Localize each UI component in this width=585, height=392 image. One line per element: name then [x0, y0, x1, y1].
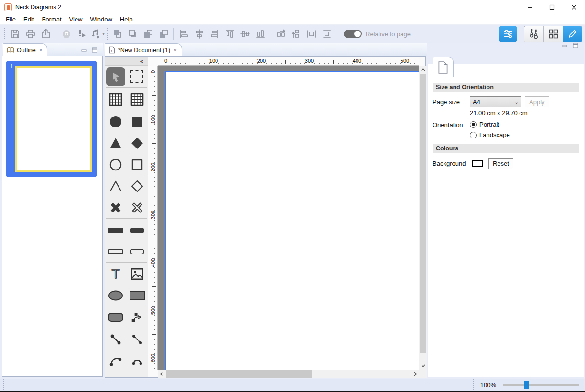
play-chord-button[interactable]: ▾: [89, 27, 105, 41]
tool-fretboard-horizontal[interactable]: [127, 88, 148, 110]
scroll-right-arrow[interactable]: [412, 370, 419, 378]
tool-text[interactable]: T: [105, 263, 127, 285]
tab-page-properties[interactable]: [433, 57, 454, 77]
apply-button[interactable]: Apply: [525, 96, 549, 107]
horizontal-scrollbar[interactable]: [158, 370, 419, 378]
background-color-swatch[interactable]: [470, 158, 485, 169]
zoom-slider-track[interactable]: [503, 384, 579, 386]
tool-filled-pill[interactable]: [127, 219, 148, 241]
tool-small-arc[interactable]: [127, 350, 148, 371]
tool-line[interactable]: [105, 328, 127, 350]
print-button[interactable]: [23, 27, 38, 41]
instruments-button[interactable]: [524, 26, 543, 42]
close-button[interactable]: [563, 0, 585, 14]
tool-image[interactable]: [127, 263, 148, 285]
menu-edit[interactable]: Edit: [20, 15, 38, 24]
page-thumbnail[interactable]: 1: [6, 61, 97, 177]
align-left-icon: [178, 28, 190, 40]
curve-arrow-icon: [130, 310, 144, 324]
scroll-left-arrow[interactable]: [158, 370, 165, 378]
tool-outline-diamond[interactable]: [127, 175, 148, 197]
tool-outline-x[interactable]: [127, 197, 148, 218]
minimize-button[interactable]: [519, 0, 541, 14]
toolbar-grip[interactable]: [4, 28, 5, 40]
tool-dashed-line[interactable]: [127, 328, 148, 350]
tool-fretboard-vertical[interactable]: [105, 88, 127, 110]
collapse-palette-button[interactable]: «: [140, 57, 143, 64]
display-settings-button[interactable]: [499, 26, 517, 42]
menu-file[interactable]: File: [2, 15, 20, 24]
send-to-back-button[interactable]: [125, 27, 141, 41]
tool-outline-bar[interactable]: [105, 241, 127, 262]
distribute-vertical-button[interactable]: [289, 27, 304, 41]
center-vertical-on-page-button[interactable]: [319, 27, 335, 41]
align-middle-icon: [239, 28, 251, 40]
menu-format[interactable]: Format: [38, 15, 65, 24]
filled-pill-icon: [129, 223, 145, 237]
menu-window[interactable]: Window: [87, 15, 116, 24]
tool-marquee-select[interactable]: [127, 66, 148, 87]
horizontal-scrollbar-thumb[interactable]: [166, 370, 312, 378]
vertical-scrollbar-thumb[interactable]: [420, 74, 426, 353]
tool-arc[interactable]: [105, 350, 127, 371]
scroll-up-arrow[interactable]: [419, 66, 427, 74]
tool-filled-circle[interactable]: [105, 111, 127, 132]
menu-help[interactable]: Help: [116, 15, 137, 24]
tool-select[interactable]: [105, 66, 127, 87]
outline-tab-close-icon[interactable]: ✕: [38, 48, 43, 53]
reset-button[interactable]: Reset: [488, 158, 513, 169]
edit-mode-button[interactable]: [563, 26, 582, 42]
diagram-library-button[interactable]: [543, 26, 563, 42]
tab-outline[interactable]: Outline ✕: [3, 43, 47, 56]
relative-to-page-toggle[interactable]: [344, 30, 362, 38]
tool-curve-arrow[interactable]: [127, 306, 148, 328]
tool-filled-x[interactable]: [105, 197, 127, 218]
tool-outline-triangle[interactable]: [105, 175, 127, 197]
tool-filled-diamond[interactable]: [127, 132, 148, 154]
align-left-button[interactable]: [176, 27, 192, 41]
tool-filled-bar[interactable]: [105, 219, 127, 241]
tool-grey-ellipse[interactable]: [105, 285, 127, 306]
canvas[interactable]: [158, 66, 419, 370]
tool-outline-pill[interactable]: [127, 241, 148, 262]
bring-to-front-button[interactable]: [110, 27, 125, 41]
maximize-button[interactable]: [541, 0, 563, 14]
align-top-button[interactable]: [222, 27, 238, 41]
bring-forward-button[interactable]: [141, 27, 156, 41]
cursor-icon: [109, 70, 122, 84]
save-button[interactable]: [8, 27, 23, 41]
align-right-button[interactable]: [207, 27, 222, 41]
zoom-slider[interactable]: [503, 381, 579, 389]
align-center-button[interactable]: [192, 27, 207, 41]
landscape-radio[interactable]: [470, 132, 477, 138]
panel-minimize-icon[interactable]: [81, 47, 87, 53]
center-horizontal-on-page-button[interactable]: [304, 27, 319, 41]
zoom-slider-handle[interactable]: [524, 381, 529, 389]
vertical-scrollbar[interactable]: [419, 66, 427, 370]
align-middle-button[interactable]: [238, 27, 253, 41]
document-page[interactable]: [165, 71, 419, 370]
menu-view[interactable]: View: [65, 15, 87, 24]
distribute-horizontal-button[interactable]: [273, 27, 289, 41]
play-notes-button[interactable]: [74, 27, 89, 41]
listen-button[interactable]: [59, 27, 74, 41]
center-vertical-on-page-icon: [321, 28, 333, 40]
portrait-radio[interactable]: [470, 121, 477, 128]
page-size-dropdown[interactable]: A4 ⌄: [470, 96, 521, 107]
bring-forward-icon: [142, 28, 154, 40]
tool-outline-circle[interactable]: [105, 154, 127, 175]
align-bottom-button[interactable]: [253, 27, 268, 41]
export-button[interactable]: [38, 27, 54, 41]
tool-filled-square[interactable]: [127, 111, 148, 132]
document-tab-close-icon[interactable]: ✕: [173, 48, 177, 53]
tool-filled-triangle[interactable]: [105, 132, 127, 154]
send-backward-button[interactable]: [156, 27, 171, 41]
panel-minimize-icon[interactable]: [562, 43, 568, 49]
tool-outline-square[interactable]: [127, 154, 148, 175]
panel-maximize-icon[interactable]: [92, 47, 98, 53]
panel-maximize-icon[interactable]: [573, 43, 579, 49]
scroll-down-arrow[interactable]: [419, 362, 427, 370]
tab-document[interactable]: ♪ *New Document (1) ✕: [105, 43, 182, 56]
tool-grey-rectangle[interactable]: [127, 285, 148, 306]
tool-grey-rounded-rectangle[interactable]: [105, 306, 127, 328]
